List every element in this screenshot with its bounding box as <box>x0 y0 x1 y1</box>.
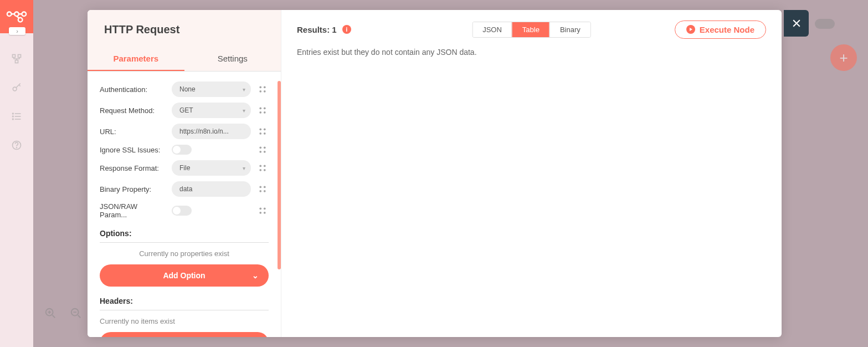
scrollbar[interactable] <box>278 81 281 269</box>
param-label: URL: <box>100 127 166 136</box>
gear-icon[interactable] <box>258 126 268 136</box>
divider <box>100 310 269 310</box>
param-label: Request Method: <box>100 106 166 115</box>
svg-point-45 <box>264 212 266 214</box>
binary-property-input[interactable]: data <box>172 181 251 197</box>
param-label: JSON/RAW Param... <box>100 202 166 219</box>
request-method-select[interactable]: GET▾ <box>172 103 251 118</box>
view-json-button[interactable]: JSON <box>472 22 512 37</box>
svg-point-2 <box>22 12 27 16</box>
param-label: Response Format: <box>100 164 166 172</box>
ignore-ssl-toggle[interactable] <box>172 145 251 155</box>
workflows-icon[interactable] <box>11 53 22 64</box>
params-scroll-area[interactable]: Authentication: None▾ Request Method: GE… <box>88 72 281 337</box>
gear-icon[interactable] <box>258 163 268 173</box>
svg-point-44 <box>259 212 261 214</box>
info-icon[interactable]: i <box>342 25 351 34</box>
param-row-authentication: Authentication: None▾ <box>100 81 269 97</box>
node-config-panel: HTTP Request Parameters Settings Authent… <box>88 10 281 337</box>
svg-rect-4 <box>13 55 16 58</box>
gear-icon[interactable] <box>258 105 268 115</box>
svg-point-34 <box>259 165 261 167</box>
gear-icon[interactable] <box>258 145 268 155</box>
chevron-down-icon: ▾ <box>243 165 245 171</box>
zoom-controls <box>44 307 82 319</box>
svg-point-40 <box>259 190 261 192</box>
gear-icon[interactable] <box>258 206 268 216</box>
view-table-button[interactable]: Table <box>512 22 549 37</box>
svg-point-43 <box>264 207 266 210</box>
svg-point-21 <box>264 90 266 93</box>
svg-point-36 <box>259 169 261 171</box>
param-row-response-format: Response Format: File▾ <box>100 160 269 176</box>
svg-point-18 <box>259 86 261 88</box>
key-icon[interactable] <box>11 82 22 93</box>
param-row-ignore-ssl: Ignore SSL Issues: <box>100 145 269 155</box>
zoom-in-icon[interactable] <box>44 307 57 319</box>
add-header-button[interactable] <box>100 332 269 337</box>
url-input[interactable]: https://n8n.io/n... <box>172 124 251 139</box>
view-binary-button[interactable]: Binary <box>549 22 590 37</box>
divider <box>100 242 269 243</box>
headers-section-header: Headers: <box>100 297 269 305</box>
svg-point-26 <box>259 128 261 130</box>
options-section-header: Options: <box>100 229 269 238</box>
svg-point-33 <box>264 151 266 153</box>
output-header: Results: 1 i JSON Table Binary Execute N… <box>297 20 766 39</box>
svg-point-20 <box>259 90 261 93</box>
config-tabs: Parameters Settings <box>88 47 281 72</box>
results-count: Results: 1 <box>297 25 337 34</box>
options-empty-message: Currently no properties exist <box>100 249 269 258</box>
svg-point-15 <box>17 147 17 148</box>
tab-settings[interactable]: Settings <box>184 47 281 71</box>
response-format-select[interactable]: File▾ <box>172 160 251 176</box>
close-icon <box>791 18 802 29</box>
close-modal-button[interactable] <box>784 10 809 37</box>
svg-point-30 <box>259 146 261 149</box>
svg-point-42 <box>259 207 261 210</box>
param-row-binary-property: Binary Property: data <box>100 181 269 197</box>
view-mode-switcher: JSON Table Binary <box>472 22 591 38</box>
param-row-request-method: Request Method: GET▾ <box>100 103 269 118</box>
node-output-panel: Results: 1 i JSON Table Binary Execute N… <box>281 10 782 337</box>
chevron-down-icon: ▾ <box>243 108 245 114</box>
add-node-fab[interactable]: + <box>830 44 857 71</box>
param-label: Binary Property: <box>100 185 166 193</box>
sidebar-collapse-icon[interactable]: › <box>9 27 25 35</box>
param-label: Authentication: <box>100 85 166 94</box>
add-option-button[interactable]: Add Option⌄ <box>100 264 269 287</box>
svg-point-19 <box>264 86 266 88</box>
gear-icon[interactable] <box>258 84 268 94</box>
svg-point-24 <box>259 111 261 114</box>
play-icon <box>686 25 695 34</box>
app-sidebar: › <box>0 0 33 347</box>
node-title: HTTP Request <box>88 10 281 47</box>
svg-point-39 <box>264 186 266 188</box>
svg-point-37 <box>264 169 266 171</box>
svg-point-28 <box>259 132 261 135</box>
svg-point-35 <box>264 165 266 167</box>
svg-point-27 <box>264 128 266 130</box>
svg-point-1 <box>14 12 19 16</box>
headers-empty-message: Currently no items exist <box>100 317 269 325</box>
app-logo[interactable]: › <box>0 0 33 33</box>
svg-point-31 <box>264 146 266 149</box>
svg-point-0 <box>7 12 12 16</box>
svg-point-12 <box>13 116 14 117</box>
authentication-select[interactable]: None▾ <box>172 81 251 97</box>
svg-rect-6 <box>16 60 18 63</box>
svg-point-38 <box>259 186 261 188</box>
executions-icon[interactable] <box>11 111 22 122</box>
svg-point-13 <box>13 119 14 120</box>
workflow-active-toggle[interactable] <box>815 19 835 29</box>
execute-node-button[interactable]: Execute Node <box>675 21 766 39</box>
help-icon[interactable] <box>11 140 22 151</box>
svg-point-32 <box>259 151 261 153</box>
svg-point-25 <box>264 111 266 114</box>
json-raw-toggle[interactable] <box>172 206 251 216</box>
zoom-out-icon[interactable] <box>70 307 82 319</box>
gear-icon[interactable] <box>258 184 268 194</box>
param-row-url: URL: https://n8n.io/n... <box>100 124 269 139</box>
tab-parameters[interactable]: Parameters <box>88 47 184 71</box>
svg-point-11 <box>13 113 14 114</box>
